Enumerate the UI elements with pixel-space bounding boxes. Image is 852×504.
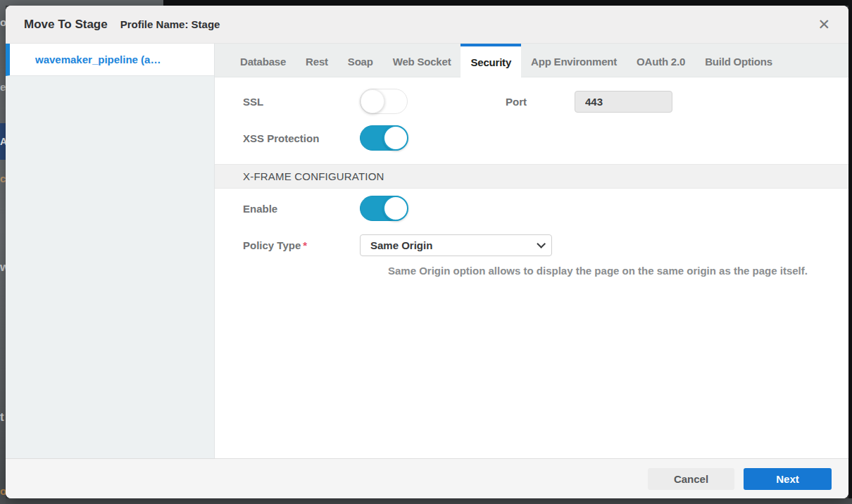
tab-database[interactable]: Database bbox=[230, 44, 296, 77]
xss-protection-toggle[interactable] bbox=[360, 125, 408, 151]
close-icon[interactable]: ✕ bbox=[817, 17, 830, 32]
port-label: Port bbox=[506, 96, 527, 108]
sidebar-item-wavemaker-pipeline[interactable]: wavemaker_pipeline (a… bbox=[6, 44, 214, 76]
tab-app-environment[interactable]: App Environment bbox=[521, 44, 627, 77]
policy-type-label-text: Policy Type bbox=[243, 239, 301, 251]
xframe-enable-row: Enable bbox=[215, 196, 848, 221]
dialog-header: Move To Stage Profile Name: Stage ✕ bbox=[6, 6, 848, 44]
policy-type-label: Policy Type* bbox=[215, 239, 360, 251]
pipeline-sidebar: wavemaker_pipeline (a… bbox=[6, 44, 215, 458]
backdrop-artifact: ov bbox=[0, 17, 6, 28]
backdrop-top-left bbox=[0, 0, 163, 6]
xframe-section-header: X-FRAME CONFIGURATION bbox=[215, 164, 848, 189]
dialog-body: wavemaker_pipeline (a… Database Rest Soa… bbox=[6, 44, 848, 458]
backdrop-artifact: c bbox=[0, 173, 6, 184]
xss-protection-row: XSS Protection bbox=[215, 125, 848, 151]
tab-oauth-2-0[interactable]: OAuth 2.0 bbox=[627, 44, 695, 77]
tab-rest[interactable]: Rest bbox=[296, 44, 338, 77]
dialog-title: Move To Stage bbox=[24, 18, 108, 32]
tab-build-options[interactable]: Build Options bbox=[695, 44, 782, 77]
xframe-enable-label: Enable bbox=[215, 203, 360, 215]
toggle-knob bbox=[383, 125, 408, 151]
xss-protection-label: XSS Protection bbox=[215, 132, 360, 144]
tab-soap[interactable]: Soap bbox=[338, 44, 383, 77]
tab-web-socket[interactable]: Web Socket bbox=[383, 44, 461, 77]
backdrop-left-strip: ov e A c w t o bbox=[0, 0, 6, 504]
sidebar-item-label: wavemaker_pipeline (a… bbox=[35, 53, 161, 65]
ssl-toggle[interactable] bbox=[360, 89, 408, 114]
ssl-row: SSL Port bbox=[215, 89, 848, 114]
backdrop-artifact: A bbox=[0, 123, 6, 160]
cancel-button[interactable]: Cancel bbox=[648, 468, 734, 490]
profile-name-label: Profile Name: Stage bbox=[120, 18, 220, 30]
policy-type-select[interactable]: Same Origin bbox=[360, 234, 552, 256]
toggle-knob bbox=[383, 196, 408, 221]
move-to-stage-dialog: Move To Stage Profile Name: Stage ✕ wave… bbox=[6, 6, 848, 498]
policy-type-row: Policy Type* Same Origin bbox=[215, 234, 848, 256]
settings-tabbar: Database Rest Soap Web Socket Security A… bbox=[215, 44, 848, 77]
toggle-knob bbox=[361, 89, 384, 113]
xframe-enable-toggle[interactable] bbox=[360, 196, 408, 221]
policy-type-selected-value: Same Origin bbox=[370, 239, 537, 251]
backdrop-artifact: w bbox=[0, 262, 6, 273]
dialog-footer: Cancel Next bbox=[6, 458, 848, 498]
backdrop-artifact: o bbox=[0, 486, 6, 497]
backdrop-artifact: t bbox=[0, 412, 6, 423]
xframe-section-title: X-FRAME CONFIGURATION bbox=[243, 170, 384, 182]
main-panel: Database Rest Soap Web Socket Security A… bbox=[215, 44, 848, 458]
backdrop-right bbox=[848, 0, 852, 504]
next-button[interactable]: Next bbox=[744, 468, 832, 490]
required-asterisk: * bbox=[303, 239, 307, 251]
port-input[interactable] bbox=[575, 91, 672, 113]
tab-security[interactable]: Security bbox=[461, 44, 521, 77]
policy-type-help-text: Same Origin option allows to display the… bbox=[388, 265, 848, 277]
backdrop-artifact: e bbox=[0, 82, 6, 93]
chevron-down-icon bbox=[537, 239, 546, 248]
backdrop-bottom bbox=[0, 498, 852, 504]
ssl-label: SSL bbox=[215, 96, 360, 108]
security-tab-content: SSL Port XSS Protection X-FRAME CONFIGUR… bbox=[215, 77, 848, 458]
backdrop-top bbox=[163, 0, 852, 6]
